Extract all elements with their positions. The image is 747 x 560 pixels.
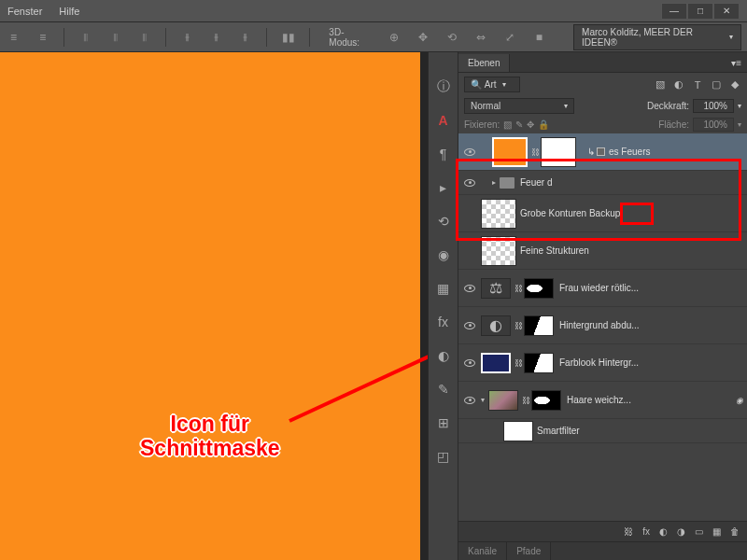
paragraph-panel-icon[interactable]: ¶	[435, 146, 452, 162]
filter-type-icon[interactable]: T	[691, 78, 704, 91]
layer-thumbnail[interactable]	[488, 390, 518, 411]
menu-fenster[interactable]: Fenster	[7, 6, 42, 17]
layer-name[interactable]: Farblook Hintergr...	[559, 357, 743, 368]
slide-icon[interactable]: ⇔	[473, 30, 489, 45]
fill-field[interactable]: 100%	[693, 118, 734, 132]
layer-thumbnail[interactable]	[481, 353, 511, 373]
filter-shape-icon[interactable]: ▢	[710, 78, 723, 91]
disclosure-triangle[interactable]: ▾	[481, 396, 485, 404]
workspace-switcher[interactable]: Marco Kolditz, MEER DER IDEEN® ▾	[573, 24, 741, 50]
visibility-toggle[interactable]	[464, 285, 475, 292]
layer-row[interactable]: Grobe Konturen Backup	[458, 195, 747, 232]
info-icon[interactable]: ⓘ	[435, 78, 452, 95]
delete-icon[interactable]: 🗑	[730, 526, 740, 537]
layer-name[interactable]: Hintergrund abdu...	[559, 320, 743, 330]
distribute-icon[interactable]: ⫴	[136, 30, 152, 45]
channels-tab[interactable]: Kanäle	[458, 542, 507, 560]
adjustment-icon[interactable]: ⚖	[481, 278, 511, 299]
filter-adjust-icon[interactable]: ◐	[672, 78, 685, 91]
layer-thumbnail[interactable]	[492, 137, 528, 167]
link-icon: ⛓	[531, 147, 541, 157]
align-icon[interactable]: ≡	[35, 30, 50, 45]
history-panel-icon[interactable]: ⟲	[435, 213, 452, 230]
visibility-toggle[interactable]	[464, 397, 475, 404]
minimize-button[interactable]: —	[661, 3, 687, 20]
lock-trans-icon[interactable]: ▧	[503, 119, 512, 130]
layers-tab[interactable]: Ebenen	[458, 54, 510, 72]
fx-icon[interactable]: fx	[642, 526, 650, 537]
distribute-icon[interactable]: ⫴	[78, 30, 93, 45]
layer-filter-dropdown[interactable]: 🔍 Art▾	[464, 77, 520, 92]
adjustments-panel-icon[interactable]: ◐	[435, 347, 452, 364]
distribute-icon[interactable]: ⫵	[208, 30, 224, 45]
styles-panel-icon[interactable]: fx	[435, 314, 452, 330]
clone-panel-icon[interactable]: ⊞	[435, 414, 452, 431]
swatches-panel-icon[interactable]: ▦	[435, 280, 452, 297]
align-icon[interactable]: ≡	[6, 30, 21, 45]
layer-name[interactable]: Haare weichz...	[567, 395, 732, 405]
character-panel-icon[interactable]: A	[435, 112, 452, 129]
layer-name[interactable]: Feuer d	[520, 177, 743, 188]
visibility-toggle[interactable]	[464, 179, 475, 187]
layer-name[interactable]: Frau wieder rötlic...	[559, 283, 743, 293]
distribute-icon[interactable]: ⫵	[179, 30, 195, 45]
layer-row[interactable]: ⛓ ↳ es Feuers	[458, 133, 747, 171]
link-layers-icon[interactable]: ⛓	[624, 526, 633, 537]
layer-name[interactable]: es Feuers	[609, 147, 743, 157]
layer-name[interactable]: Feine Strukturen	[520, 245, 743, 256]
visibility-toggle[interactable]	[464, 148, 475, 156]
distribute-icon[interactable]: ⫴	[106, 30, 122, 45]
lock-pos-icon[interactable]: ✥	[527, 119, 534, 130]
smartfilter-row[interactable]: Smartfilter	[458, 419, 747, 443]
mask-thumbnail[interactable]	[524, 315, 554, 336]
layer-row[interactable]: ⛓ Farblook Hintergr...	[458, 344, 747, 382]
visibility-toggle[interactable]	[464, 359, 475, 367]
scale-icon[interactable]: ⤢	[502, 30, 518, 45]
pan-icon[interactable]: ✥	[415, 30, 430, 45]
adjustment-icon[interactable]: ◐	[481, 315, 511, 336]
visibility-toggle[interactable]	[464, 322, 475, 329]
filter-smart-icon[interactable]: ◆	[728, 78, 741, 91]
group-icon[interactable]: ▭	[695, 526, 703, 537]
mask-thumbnail[interactable]	[524, 278, 554, 299]
menu-hilfe[interactable]: Hilfe	[59, 6, 79, 17]
brush-panel-icon[interactable]: ✎	[435, 381, 452, 398]
layer-group-row[interactable]: ▸ Feuer d	[458, 171, 747, 195]
lock-pixel-icon[interactable]: ✎	[515, 119, 523, 130]
paths-tab[interactable]: Pfade	[507, 542, 551, 560]
maximize-button[interactable]: □	[687, 3, 713, 20]
filter-mask-thumbnail[interactable]	[503, 421, 533, 441]
new-layer-icon[interactable]: ▦	[712, 526, 721, 537]
mask-thumbnail[interactable]	[541, 137, 576, 167]
layer-row[interactable]: ◐ ⛓ Hintergrund abdu...	[458, 307, 747, 344]
layer-row[interactable]: ▾ ⛓ Haare weichz... ◉	[458, 382, 747, 419]
mask-icon[interactable]: ◐	[659, 526, 668, 537]
canvas-area[interactable]: Icon für Schnittmaske	[0, 52, 428, 560]
filter-pixel-icon[interactable]: ▧	[654, 78, 667, 91]
panel-menu-icon[interactable]: ▾≡	[726, 54, 747, 72]
rotate-icon[interactable]: ⟲	[444, 30, 459, 45]
layer-row[interactable]: ⚖ ⛓ Frau wieder rötlic...	[458, 270, 747, 307]
actions-panel-icon[interactable]: ▸	[435, 179, 452, 196]
document-canvas[interactable]	[0, 52, 420, 560]
close-button[interactable]: ✕	[713, 3, 740, 20]
auto-align-icon[interactable]: ▮▮	[280, 30, 296, 45]
distribute-icon[interactable]: ⫵	[237, 30, 253, 45]
color-panel-icon[interactable]: ◉	[435, 246, 452, 263]
mask-thumbnail[interactable]	[524, 353, 554, 373]
adjustment-icon[interactable]: ◑	[677, 526, 685, 537]
layer-row[interactable]: Feine Strukturen	[458, 232, 747, 270]
opacity-field[interactable]: 100%	[693, 99, 734, 113]
lock-all-icon[interactable]: 🔒	[538, 119, 549, 130]
disclosure-triangle[interactable]: ▸	[492, 178, 496, 187]
camera-icon[interactable]: ■	[531, 30, 547, 45]
navigator-panel-icon[interactable]: ◰	[435, 448, 452, 465]
layer-name[interactable]: Grobe Konturen Backup	[520, 208, 743, 218]
blend-mode-dropdown[interactable]: Normal▾	[464, 98, 574, 114]
layers-list[interactable]: ⛓ ↳ es Feuers ▸ Feuer d Grobe Konturen B…	[458, 133, 747, 521]
layer-thumbnail[interactable]	[481, 236, 516, 266]
layer-name[interactable]: Smartfilter	[537, 426, 743, 436]
orbit-icon[interactable]: ⊕	[386, 30, 402, 45]
mask-thumbnail[interactable]	[531, 390, 561, 411]
layer-thumbnail[interactable]	[481, 199, 516, 229]
